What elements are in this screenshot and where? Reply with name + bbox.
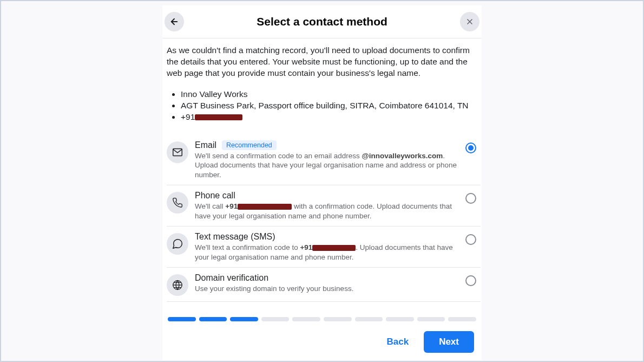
sms-icon bbox=[167, 233, 188, 255]
business-address: AGT Business Park, Passport office build… bbox=[181, 100, 481, 112]
progress-segment bbox=[292, 317, 320, 321]
option-domain-title: Domain verification bbox=[195, 273, 459, 283]
redacted-phone bbox=[195, 114, 242, 120]
email-icon bbox=[167, 141, 188, 163]
option-sms[interactable]: Text message (SMS) We'll text a confirma… bbox=[167, 227, 481, 268]
back-button[interactable]: Back bbox=[380, 331, 416, 353]
option-phone[interactable]: Phone call We'll call +91 with a confirm… bbox=[167, 185, 481, 227]
arrow-left-icon bbox=[169, 17, 179, 27]
business-phone: +91 bbox=[181, 112, 481, 123]
progress-segment bbox=[168, 317, 196, 321]
intro-paragraph: As we couldn't find a matching record, y… bbox=[167, 45, 481, 79]
option-phone-title: Phone call bbox=[195, 191, 459, 201]
option-domain-desc: Use your existing domain to verify your … bbox=[195, 284, 459, 294]
phone-icon bbox=[167, 192, 188, 214]
option-sms-title: Text message (SMS) bbox=[195, 232, 459, 242]
globe-icon bbox=[167, 274, 188, 296]
recommended-badge: Recommended bbox=[222, 140, 277, 150]
progress-segment bbox=[417, 317, 445, 321]
option-phone-desc: We'll call +91 with a confirmation code.… bbox=[195, 202, 459, 221]
redacted-phone-number bbox=[238, 204, 292, 210]
option-email-desc: We'll send a confirmation code to an ema… bbox=[195, 151, 459, 180]
progress-segment bbox=[199, 317, 227, 321]
progress-segment bbox=[386, 317, 414, 321]
close-button[interactable] bbox=[460, 12, 479, 31]
radio-domain[interactable] bbox=[465, 275, 476, 286]
progress-segment bbox=[355, 317, 383, 321]
redacted-sms-number bbox=[312, 245, 356, 251]
modal-title: Select a contact method bbox=[184, 15, 460, 28]
modal-header: Select a contact method bbox=[162, 5, 482, 38]
option-domain[interactable]: Domain verification Use your existing do… bbox=[167, 268, 481, 302]
radio-sms[interactable] bbox=[465, 234, 476, 245]
close-icon bbox=[465, 17, 474, 26]
option-email-title: Email bbox=[195, 140, 216, 150]
back-arrow-button[interactable] bbox=[165, 12, 184, 31]
business-name: Inno Valley Works bbox=[181, 89, 481, 100]
progress-indicator bbox=[162, 308, 482, 324]
option-domain-body: Domain verification Use your existing do… bbox=[195, 273, 459, 294]
progress-segment bbox=[230, 317, 258, 321]
option-sms-desc: We'll text a confirmation code to +91. U… bbox=[195, 243, 459, 262]
radio-email[interactable] bbox=[465, 143, 476, 153]
contact-options-list: Email Recommended We'll send a confirmat… bbox=[167, 135, 481, 302]
option-sms-body: Text message (SMS) We'll text a confirma… bbox=[195, 232, 459, 262]
option-email-body: Email Recommended We'll send a confirmat… bbox=[195, 140, 459, 180]
option-email[interactable]: Email Recommended We'll send a confirmat… bbox=[167, 135, 481, 186]
radio-phone[interactable] bbox=[465, 193, 476, 204]
progress-segment bbox=[324, 317, 352, 321]
progress-segment bbox=[448, 317, 476, 321]
business-details-list: Inno Valley Works AGT Business Park, Pas… bbox=[167, 89, 481, 123]
option-phone-body: Phone call We'll call +91 with a confirm… bbox=[195, 191, 459, 221]
modal-footer: Back Next bbox=[162, 324, 482, 360]
modal-content: As we couldn't find a matching record, y… bbox=[162, 38, 482, 308]
contact-method-modal: Select a contact method As we couldn't f… bbox=[162, 5, 482, 360]
progress-segment bbox=[261, 317, 290, 321]
next-button[interactable]: Next bbox=[424, 331, 474, 353]
